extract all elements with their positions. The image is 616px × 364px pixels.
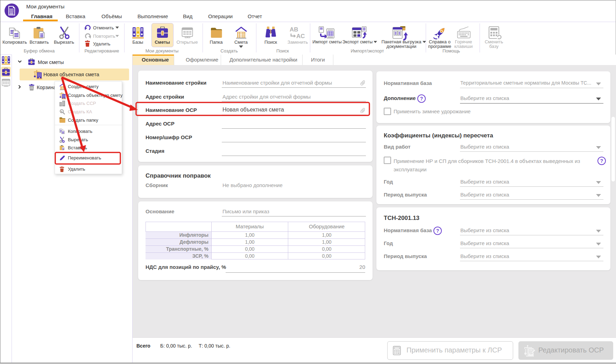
svg-text:a: a	[61, 110, 62, 113]
svg-text:AB: AB	[290, 26, 298, 33]
svg-text:AC: AC	[296, 33, 305, 40]
